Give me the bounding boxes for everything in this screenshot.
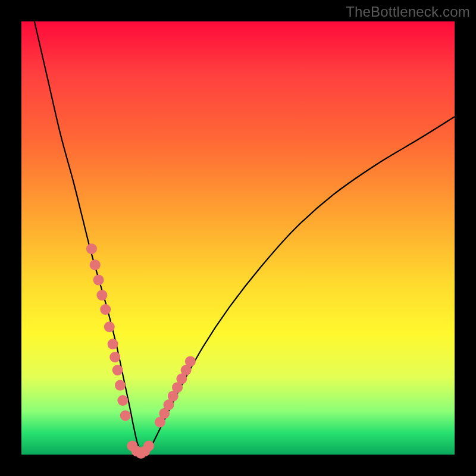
data-marker: [86, 243, 97, 254]
bottleneck-curve: [35, 21, 455, 455]
data-marker: [115, 380, 126, 391]
data-marker: [117, 395, 128, 406]
watermark-text: TheBottleneck.com: [346, 4, 470, 20]
data-marker: [96, 290, 107, 300]
plot-area: [21, 21, 455, 455]
data-markers: [86, 243, 196, 459]
chart-container: TheBottleneck.com: [0, 0, 476, 476]
data-marker: [109, 352, 120, 362]
data-marker: [100, 304, 111, 315]
data-marker: [112, 365, 123, 375]
chart-svg: [21, 21, 455, 455]
data-marker: [90, 259, 101, 270]
data-marker: [185, 356, 196, 367]
data-marker: [108, 339, 118, 349]
data-marker: [120, 410, 131, 421]
data-marker: [104, 321, 115, 332]
data-marker: [93, 275, 104, 286]
data-marker: [143, 440, 154, 451]
